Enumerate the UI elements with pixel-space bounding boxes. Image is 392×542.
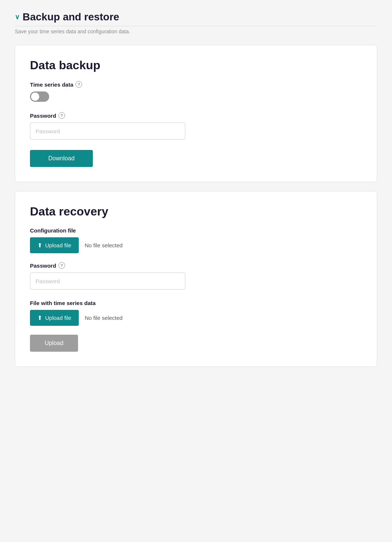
- config-upload-button-label: Upload file: [45, 242, 71, 248]
- recovery-password-label-row: Password ?: [30, 262, 362, 269]
- time-series-help-icon[interactable]: ?: [75, 81, 82, 88]
- recovery-password-help-icon[interactable]: ?: [58, 262, 65, 269]
- time-series-file-label-row: File with time series data: [30, 300, 362, 306]
- config-file-label-row: Configuration file: [30, 227, 362, 234]
- time-series-upload-button[interactable]: ⬆ Upload file: [30, 310, 79, 326]
- time-series-toggle[interactable]: [30, 91, 49, 102]
- config-file-label: Configuration file: [30, 227, 76, 234]
- download-button[interactable]: Download: [30, 150, 93, 167]
- toggle-slider: [30, 91, 49, 102]
- backup-password-input[interactable]: [30, 123, 185, 140]
- backup-password-help-icon[interactable]: ?: [58, 112, 65, 119]
- page-title: Backup and restore: [23, 11, 119, 23]
- time-series-toggle-wrapper: [30, 91, 362, 102]
- upload-button[interactable]: Upload: [30, 335, 78, 352]
- data-recovery-card: Data recovery Configuration file ⬆ Uploa…: [15, 191, 377, 367]
- backup-card-title: Data backup: [30, 58, 362, 72]
- config-upload-button[interactable]: ⬆ Upload file: [30, 237, 79, 253]
- recovery-password-input[interactable]: [30, 272, 185, 290]
- data-backup-card: Data backup Time series data ? Password …: [15, 45, 377, 182]
- backup-password-field: Password ?: [30, 112, 362, 140]
- time-series-upload-button-label: Upload file: [45, 315, 71, 321]
- chevron-icon: ∨: [15, 13, 20, 21]
- recovery-card-title: Data recovery: [30, 205, 362, 218]
- time-series-upload-row: ⬆ Upload file No file selected: [30, 310, 362, 326]
- header-divider: [15, 26, 377, 26]
- backup-password-label-row: Password ?: [30, 112, 362, 119]
- time-series-file-section: File with time series data ⬆ Upload file…: [30, 300, 362, 326]
- time-series-file-label: File with time series data: [30, 300, 96, 306]
- upload-icon-1: ⬆: [37, 242, 42, 249]
- time-series-no-file-text: No file selected: [85, 315, 123, 321]
- time-series-label: Time series data: [30, 81, 73, 88]
- backup-password-label: Password: [30, 113, 56, 119]
- time-series-section: Time series data ?: [30, 81, 362, 102]
- page-subtitle: Save your time series data and configura…: [15, 29, 377, 34]
- time-series-label-row: Time series data ?: [30, 81, 362, 88]
- page-header: ∨ Backup and restore: [15, 11, 377, 23]
- upload-icon-2: ⬆: [37, 314, 42, 321]
- recovery-password-label: Password: [30, 262, 56, 269]
- recovery-password-field: Password ?: [30, 262, 362, 290]
- config-file-section: Configuration file ⬆ Upload file No file…: [30, 227, 362, 253]
- config-file-upload-row: ⬆ Upload file No file selected: [30, 237, 362, 253]
- config-no-file-text: No file selected: [85, 242, 123, 248]
